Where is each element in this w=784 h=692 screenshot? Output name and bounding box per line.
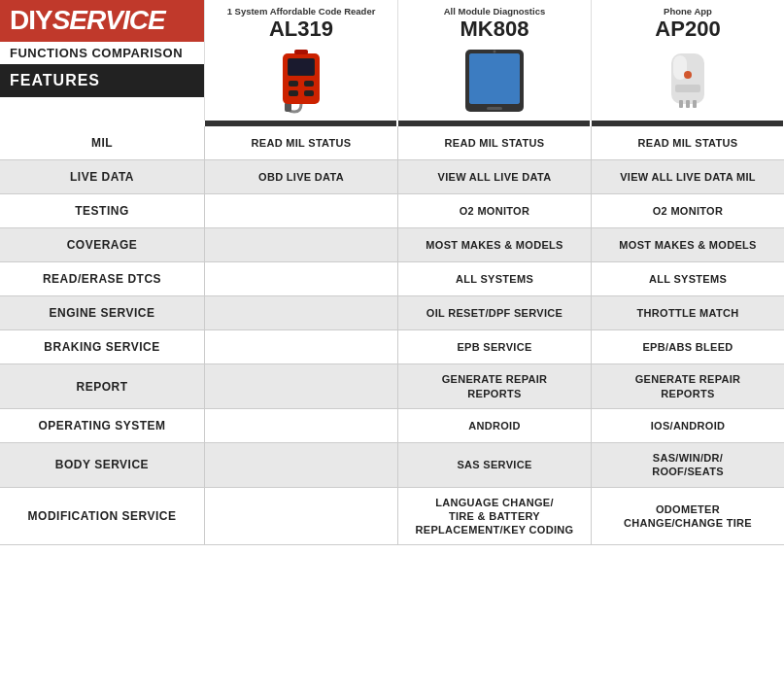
features-label: FEATURES — [0, 64, 204, 97]
ap200-icon — [664, 48, 712, 114]
page-wrapper: DIYSERVICE FUNCTIONS COMPARISON FEATURES… — [0, 0, 784, 545]
table-row: BODY SERVICESAS SERVICESAS/WIN/DR/ROOF/S… — [0, 443, 784, 488]
feature-cell: TESTING — [0, 194, 204, 227]
comparison-table: MILREAD MIL STATUSREAD MIL STATUSREAD MI… — [0, 126, 784, 545]
value-cell: ALL SYSTEMS — [591, 262, 784, 295]
feature-cell: COVERAGE — [0, 228, 204, 261]
ap200-image — [654, 44, 722, 117]
table-row: MODIFICATION SERVICELANGUAGE CHANGE/TIRE… — [0, 488, 784, 546]
product-col-al319: 1 System Affordable Code Reader AL319 — [204, 0, 397, 121]
service-text: SERVICE — [52, 5, 165, 35]
feature-cell: OPERATING SYSTEM — [0, 409, 204, 442]
value-cell: EPB SERVICE — [397, 330, 591, 363]
value-cell: MOST MAKES & MODELS — [397, 228, 591, 261]
svg-rect-4 — [289, 81, 298, 86]
mk808-subtitle: All Module Diagnostics — [444, 6, 546, 17]
value-cell: VIEW ALL LIVE DATA MIL — [591, 160, 784, 193]
value-cell — [204, 194, 397, 227]
value-cell: OBD LIVE DATA — [204, 160, 397, 193]
feature-cell: BRAKING SERVICE — [0, 330, 204, 363]
value-cell: VIEW ALL LIVE DATA — [397, 160, 591, 193]
feature-cell: LIVE DATA — [0, 160, 204, 193]
value-cell: O2 MONITOR — [591, 194, 784, 227]
table-row: LIVE DATAOBD LIVE DATAVIEW ALL LIVE DATA… — [0, 160, 784, 194]
value-cell — [204, 364, 397, 408]
value-cell: OIL RESET/DPF SERVICE — [397, 296, 591, 329]
svg-rect-17 — [686, 100, 690, 108]
value-cell: READ MIL STATUS — [204, 126, 397, 159]
feature-cell: MODIFICATION SERVICE — [0, 488, 204, 545]
ap200-name: AP200 — [655, 18, 720, 40]
svg-rect-18 — [693, 100, 697, 108]
feature-cell: BODY SERVICE — [0, 443, 204, 487]
svg-point-19 — [684, 71, 692, 79]
brand-col: DIYSERVICE FUNCTIONS COMPARISON FEATURES — [0, 0, 204, 121]
feature-cell: REPORT — [0, 364, 204, 408]
value-cell: READ MIL STATUS — [591, 126, 784, 159]
feature-cell: MIL — [0, 126, 204, 159]
svg-rect-3 — [289, 59, 314, 75]
al319-subtitle: 1 System Affordable Code Reader — [227, 6, 376, 17]
svg-rect-11 — [469, 53, 520, 104]
value-cell: THROTTLE MATCH — [591, 296, 784, 329]
svg-rect-5 — [304, 81, 314, 86]
ap200-subtitle: Phone App — [664, 6, 712, 17]
value-cell: SAS/WIN/DR/ROOF/SEATS — [591, 443, 784, 487]
value-cell: READ MIL STATUS — [397, 126, 591, 159]
product-cols-header: 1 System Affordable Code Reader AL319 — [204, 0, 784, 121]
value-cell: GENERATE REPAIRREPORTS — [591, 364, 784, 408]
table-row: BRAKING SERVICEEPB SERVICEEPB/ABS BLEED — [0, 330, 784, 364]
value-cell: ANDROID — [397, 409, 591, 442]
svg-point-13 — [494, 50, 496, 52]
value-cell: LANGUAGE CHANGE/TIRE & BATTERYREPLACEMEN… — [397, 488, 591, 545]
feature-cell: ENGINE SERVICE — [0, 296, 204, 329]
value-cell: GENERATE REPAIRREPORTS — [397, 364, 591, 408]
product-col-mk808: All Module Diagnostics MK808 — [397, 0, 591, 121]
svg-rect-7 — [304, 90, 314, 96]
value-cell: SAS SERVICE — [397, 443, 591, 487]
mk808-name: MK808 — [460, 18, 529, 40]
svg-rect-20 — [675, 85, 700, 92]
value-cell: MOST MAKES & MODELS — [591, 228, 784, 261]
feature-cell: READ/ERASE DTCS — [0, 262, 204, 295]
header: DIYSERVICE FUNCTIONS COMPARISON FEATURES… — [0, 0, 784, 121]
svg-rect-6 — [289, 90, 298, 96]
table-row: READ/ERASE DTCSALL SYSTEMSALL SYSTEMS — [0, 262, 784, 296]
value-cell: O2 MONITOR — [397, 194, 591, 227]
table-row: COVERAGEMOST MAKES & MODELSMOST MAKES & … — [0, 228, 784, 262]
value-cell — [204, 443, 397, 487]
al319-icon — [275, 46, 328, 116]
value-cell — [204, 409, 397, 442]
svg-rect-12 — [487, 107, 502, 110]
al319-name: AL319 — [269, 18, 333, 40]
svg-rect-8 — [294, 50, 308, 54]
al319-image — [267, 44, 335, 117]
value-cell — [204, 262, 397, 295]
value-cell — [204, 228, 397, 261]
brand-title: DIYSERVICE — [0, 0, 204, 42]
value-cell: ALL SYSTEMS — [397, 262, 591, 295]
table-row: REPORTGENERATE REPAIRREPORTSGENERATE REP… — [0, 364, 784, 409]
value-cell: EPB/ABS BLEED — [591, 330, 784, 363]
mk808-image — [460, 44, 528, 117]
diy-text: DIY — [10, 5, 52, 35]
mk808-icon — [461, 46, 528, 116]
table-row: ENGINE SERVICEOIL RESET/DPF SERVICETHROT… — [0, 296, 784, 330]
value-cell: IOS/ANDROID — [591, 409, 784, 442]
value-cell — [204, 488, 397, 545]
functions-comparison-label: FUNCTIONS COMPARISON — [0, 42, 204, 64]
value-cell: ODOMETERCHANGE/CHANGE TIRE — [591, 488, 784, 545]
value-cell — [204, 330, 397, 363]
table-row: MILREAD MIL STATUSREAD MIL STATUSREAD MI… — [0, 126, 784, 160]
svg-rect-16 — [679, 100, 683, 108]
value-cell — [204, 296, 397, 329]
table-row: OPERATING SYSTEMANDROIDIOS/ANDROID — [0, 409, 784, 443]
product-col-ap200: Phone App AP200 — [591, 0, 784, 121]
table-row: TESTINGO2 MONITORO2 MONITOR — [0, 194, 784, 228]
